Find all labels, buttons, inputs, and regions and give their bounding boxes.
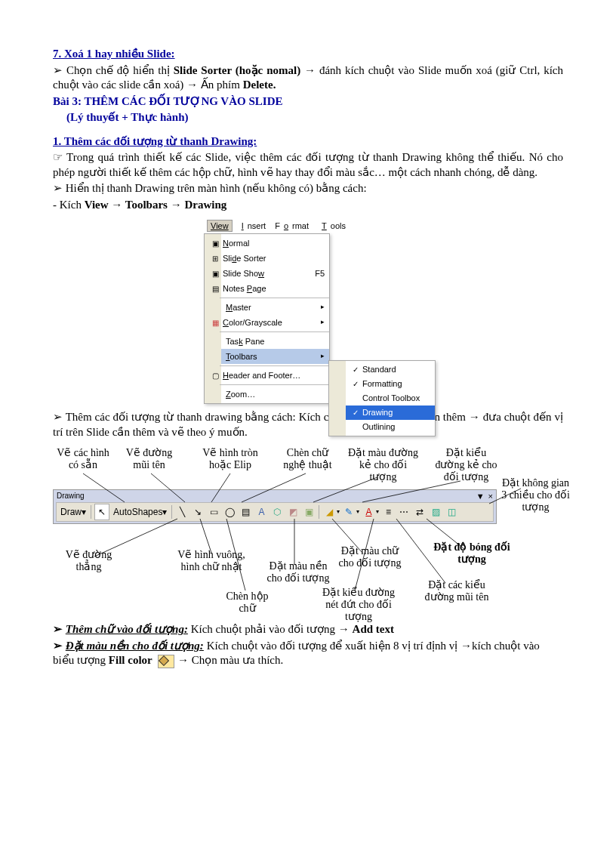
btn-clipart[interactable]: ◩ xyxy=(286,504,300,520)
btn-3d[interactable]: ◫ xyxy=(445,504,458,520)
callout-textbox: Chèn hộp chữ xyxy=(219,591,276,615)
btn-autoshapes[interactable]: AutoShapes ▾ xyxy=(112,504,168,520)
footer-fillcolor: ➢ Đặt màu nền cho đối tượng: Kích chuột … xyxy=(53,639,563,668)
color-icon: ▦ xyxy=(208,318,223,328)
callout-3d: Đặt không gian 3 chiều cho đối tượng xyxy=(500,477,571,513)
section1-p2: ➢ Hiển thị thanh Drawing trên màn hình (… xyxy=(53,181,563,196)
menu-toolbars[interactable]: Toolbars xyxy=(221,349,329,364)
section1-p3: - Kích View → Toolbars → Drawing xyxy=(53,198,563,213)
menu-zoom[interactable]: Zoom… xyxy=(221,387,329,402)
callout-wordart: Chèn chữ nghệ thuật xyxy=(279,447,336,471)
btn-fontcolor[interactable]: A xyxy=(362,504,375,520)
btn-line[interactable]: ╲ xyxy=(175,504,189,520)
btn-arrowstyle[interactable]: ⇄ xyxy=(413,504,427,520)
menu-headerfooter[interactable]: ▢Header and Footer… xyxy=(221,368,329,383)
bai3-sub: (Lý thuyết + Thực hành) xyxy=(66,110,563,125)
btn-shadow[interactable]: ▨ xyxy=(429,504,442,520)
sub-standard[interactable]: ✓Standard xyxy=(346,362,435,377)
menubar: View IInsertnsert Format Tools xyxy=(204,218,445,233)
btn-oval[interactable]: ◯ xyxy=(223,504,236,520)
menu-slidesorter[interactable]: ⊞Slide Sorter xyxy=(221,251,329,266)
btn-rect[interactable]: ▭ xyxy=(207,504,220,520)
menu-view[interactable]: View xyxy=(207,220,233,232)
menu-screenshot: View IInsertnsert Format Tools ▣Normal ⊞… xyxy=(204,218,445,404)
footer-addtext: ➢ Thêm chữ vào đối tượng: Kích chuột phả… xyxy=(53,622,563,637)
btn-linestyle[interactable]: ≡ xyxy=(381,504,395,520)
btn-fillcolor[interactable]: ◢ xyxy=(322,504,336,520)
callout-autoshapes: Vẽ các hình có sẵn xyxy=(53,447,113,471)
callout-line: Vẽ đường thẳng xyxy=(60,549,117,573)
menu-normal[interactable]: ▣Normal xyxy=(221,236,329,251)
btn-linecolor[interactable]: ✎ xyxy=(342,504,356,520)
callout-fillcolor: Đặt màu nền cho đối tượng xyxy=(260,560,336,584)
callout-rect: Vẽ hình vuông, hình chữ nhật xyxy=(174,549,249,573)
callout-fontcolor: Đặt màu chữ cho đối tượng xyxy=(332,545,408,569)
header-icon: ▢ xyxy=(208,371,223,381)
toolbar-diagram: Drawing ▼ × Draw ▾ ↖ AutoShapes ▾ ╲ ↘ ▭ … xyxy=(53,447,563,621)
callout-dashstyle: Đặt kiểu đường nét đứt cho đối tượng xyxy=(317,587,400,623)
fillcolor-icon xyxy=(158,655,174,668)
menu-taskpane[interactable]: Task Pane xyxy=(221,334,329,349)
callout-arrowstyle: Đặt các kiểu đường mũi tên xyxy=(419,579,494,603)
btn-draw[interactable]: Draw ▾ xyxy=(59,504,88,520)
section7-heading: 7. Xoá 1 hay nhiều Slide: xyxy=(53,47,563,62)
callout-oval: Vẽ hình tròn hoặc Elip xyxy=(196,447,264,471)
btn-diagram[interactable]: ⬡ xyxy=(270,504,284,520)
section1-heading: 1. Thêm các đối tượng từ thanh Drawing: xyxy=(53,134,563,150)
sorter-icon: ⊞ xyxy=(208,254,223,264)
toolbar-title: Drawing xyxy=(57,491,85,501)
toolbar-close[interactable]: ▼ × xyxy=(476,491,494,501)
sub-drawing[interactable]: ✓Drawing xyxy=(346,405,435,420)
section1-p1: ☞ Trong quá trình thiết kế các Slide, vi… xyxy=(53,150,563,180)
normal-icon: ▣ xyxy=(208,239,223,248)
menu-notespage[interactable]: ▤Notes Page xyxy=(221,281,329,296)
btn-textbox[interactable]: ▤ xyxy=(239,504,252,520)
menu-tools[interactable]: Tools xyxy=(314,220,350,232)
bai3-heading: Bài 3: THÊM CÁC ĐỐI TƯỢNG VÀO SLIDE xyxy=(53,94,563,109)
menu-insert[interactable]: IInsertnsert xyxy=(234,220,270,232)
menu-master[interactable]: Master xyxy=(221,300,329,315)
sub-outlining[interactable]: Outlining xyxy=(346,420,435,434)
btn-wordart[interactable]: A xyxy=(254,504,268,520)
notes-icon: ▤ xyxy=(208,284,223,294)
document-body: 7. Xoá 1 hay nhiều Slide: ➢ Chọn chế độ … xyxy=(53,47,563,668)
btn-picture[interactable]: ▣ xyxy=(302,504,316,520)
callout-shadow: Đặt độ bóng đối tượng xyxy=(430,541,513,566)
drawing-toolbar: Drawing ▼ × Draw ▾ ↖ AutoShapes ▾ ╲ ↘ ▭ … xyxy=(53,489,497,524)
callout-arrowline: Vẽ đường mũi tên xyxy=(121,447,177,471)
menu-format[interactable]: Format xyxy=(271,220,313,232)
show-icon: ▣ xyxy=(208,269,223,279)
menu-slideshow[interactable]: ▣Slide ShowF5 xyxy=(221,266,329,281)
btn-dashstyle[interactable]: ⋯ xyxy=(397,504,411,520)
view-dropdown: ▣Normal ⊞Slide Sorter ▣Slide ShowF5 ▤Not… xyxy=(204,233,330,404)
sub-control[interactable]: Control Toolbox xyxy=(346,391,435,405)
section7-text: ➢ Chọn chế độ hiển thị Slide Sorter (hoặ… xyxy=(53,63,563,93)
toolbars-submenu: ✓Standard ✓Formatting Control Toolbox ✓D… xyxy=(328,360,436,436)
btn-select[interactable]: ↖ xyxy=(94,504,109,520)
callout-linecolor: Đặt màu đường kẻ cho đối tượng xyxy=(347,447,419,483)
btn-arrow[interactable]: ↘ xyxy=(191,504,205,520)
sub-formatting[interactable]: ✓Formatting xyxy=(346,377,435,391)
callout-linestyle: Đặt kiểu đường kẻ cho đối tượng xyxy=(430,447,502,483)
after-menu-text: ➢ Thêm các đối tượng từ thanh drawing bằ… xyxy=(53,410,563,439)
menu-colorgray[interactable]: ▦Color/Grayscale xyxy=(221,315,329,330)
